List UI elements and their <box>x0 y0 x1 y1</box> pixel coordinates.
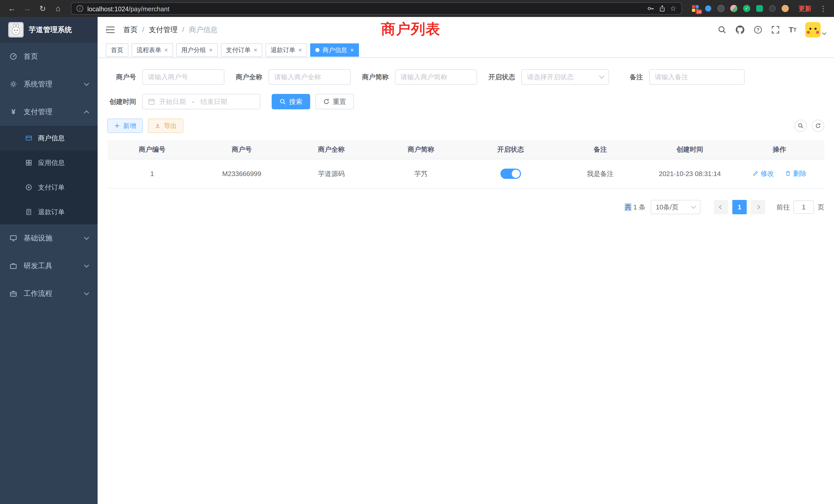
breadcrumb-payment[interactable]: 支付管理 <box>149 25 178 35</box>
breadcrumb-separator: / <box>142 26 144 34</box>
merchant-short-name-input[interactable] <box>395 69 477 85</box>
close-icon[interactable]: × <box>254 47 257 53</box>
cell-merchant-no: M233666999 <box>197 159 287 188</box>
sidebar-item-payment[interactable]: ¥ 支付管理 <box>0 98 97 126</box>
prev-page-button[interactable] <box>714 200 728 214</box>
user-menu[interactable] <box>805 22 826 38</box>
cell-create-time: 2021-10-23 08:31:14 <box>645 159 734 188</box>
tab-merchant-info[interactable]: 商户信息 × <box>310 43 359 57</box>
browser-toolbar: ← → ↻ ⌂ i localhost:1024/pay/merchant ☆ … <box>0 0 834 17</box>
grid-icon <box>25 159 33 166</box>
delete-link[interactable]: 删除 <box>785 169 807 178</box>
export-button[interactable]: 导出 <box>148 118 183 133</box>
sidebar-item-infra[interactable]: 基础设施 <box>0 224 97 252</box>
filter-label: 创建时间 <box>107 97 142 106</box>
browser-update-button[interactable]: 更新 <box>794 4 815 13</box>
caret-down-icon <box>822 31 827 35</box>
page-info-icon[interactable]: i <box>76 5 83 12</box>
browser-back-button[interactable]: ← <box>5 2 19 15</box>
sidebar-item-refund-order[interactable]: 退款订单 <box>0 200 97 224</box>
chevron-down-icon <box>84 290 89 295</box>
extension-green-square-icon[interactable] <box>755 4 764 13</box>
sidebar-item-label: 研发工具 <box>24 261 52 271</box>
font-size-icon[interactable]: TT <box>789 25 796 34</box>
tab-user-group[interactable]: 用户分组 × <box>176 43 218 57</box>
cell-status <box>466 159 555 188</box>
browser-profile-avatar[interactable] <box>781 4 789 13</box>
close-icon[interactable]: × <box>299 47 302 53</box>
extension-blue-icon[interactable] <box>704 4 712 13</box>
breadcrumb-separator: / <box>182 26 184 34</box>
add-button[interactable]: 新增 <box>107 118 143 133</box>
tab-label: 首页 <box>111 46 123 54</box>
close-icon[interactable]: × <box>350 47 354 53</box>
tab-label: 商户信息 <box>323 46 347 54</box>
sidebar-item-app-info[interactable]: 应用信息 <box>0 151 97 175</box>
breadcrumb-home[interactable]: 首页 <box>123 25 138 35</box>
cell-short-name: 芋艿 <box>376 159 466 188</box>
address-bar[interactable]: i localhost:1024/pay/merchant ☆ <box>71 2 682 15</box>
next-page-button[interactable] <box>751 200 765 214</box>
col-short-name: 商户简称 <box>376 140 466 159</box>
search-icon[interactable] <box>718 25 726 34</box>
password-key-icon[interactable] <box>647 5 655 12</box>
total-prefix: 共 <box>625 203 631 211</box>
filter-label: 备注 <box>630 73 649 82</box>
help-icon[interactable]: ? <box>754 25 762 34</box>
extension-dark-icon[interactable] <box>717 4 725 13</box>
status-toggle[interactable] <box>501 168 521 179</box>
bookmark-star-icon[interactable]: ☆ <box>670 4 676 13</box>
briefcase-icon <box>9 290 18 297</box>
goto-page-input[interactable] <box>793 201 814 214</box>
sidebar-item-home[interactable]: 首页 <box>0 43 97 70</box>
extension-pin-icon[interactable] <box>768 4 776 13</box>
filter-create-time: 创建时间 开始日期 - 结束日期 <box>107 94 260 109</box>
remark-input[interactable] <box>649 69 745 85</box>
filter-label: 商户全称 <box>236 73 269 82</box>
tab-refund-order[interactable]: 退款订单 × <box>265 43 307 57</box>
col-remark: 备注 <box>555 140 645 159</box>
sidebar-item-devtools[interactable]: 研发工具 <box>0 252 97 280</box>
status-select[interactable]: 请选择开启状态 <box>521 69 609 85</box>
search-button[interactable]: 搜索 <box>272 94 310 109</box>
tab-process-form[interactable]: 流程表单 × <box>131 43 173 57</box>
sidebar-item-pay-order[interactable]: 支付订单 <box>0 175 97 200</box>
refresh-icon[interactable] <box>812 120 824 132</box>
close-icon[interactable]: × <box>164 47 168 53</box>
gear-icon <box>9 80 18 88</box>
sidebar-item-workflow[interactable]: 工作流程 <box>0 280 97 307</box>
page-1-button[interactable]: 1 <box>732 200 747 214</box>
toggle-search-icon[interactable] <box>794 120 807 132</box>
edit-link[interactable]: 修改 <box>752 169 774 178</box>
extension-leaf-icon[interactable] <box>730 4 738 13</box>
close-icon[interactable]: × <box>209 47 213 53</box>
fullscreen-icon[interactable] <box>771 25 780 34</box>
table-header-row: 商户编号 商户号 商户全称 商户简称 开启状态 备注 创建时间 操作 <box>107 140 824 159</box>
merchant-name-input[interactable] <box>269 69 351 85</box>
hamburger-icon[interactable] <box>106 26 115 34</box>
app-logo-row[interactable]: 芋道管理系统 <box>0 17 97 43</box>
merchant-no-input[interactable] <box>142 69 224 85</box>
browser-home-button[interactable]: ⌂ <box>51 2 65 15</box>
sidebar-item-system[interactable]: 系统管理 <box>0 70 97 98</box>
card-icon <box>25 135 33 142</box>
browser-reload-button[interactable]: ↻ <box>36 2 49 15</box>
end-date-placeholder: 结束日期 <box>200 97 227 106</box>
browser-forward-button[interactable]: → <box>21 2 34 15</box>
extension-green-check-icon[interactable]: ✓ <box>743 4 751 13</box>
page-size-select[interactable]: 10条/页 <box>651 200 701 214</box>
sidebar: 芋道管理系统 首页 系统管理 ¥ 支付管理 <box>0 17 97 504</box>
filter-row-2: 创建时间 开始日期 - 结束日期 搜索 <box>107 94 824 109</box>
sidebar-item-merchant-info[interactable]: 商户信息 <box>0 126 97 151</box>
reset-button[interactable]: 重置 <box>315 94 354 109</box>
tab-pay-order[interactable]: 支付订单 × <box>221 43 262 57</box>
tab-home[interactable]: 首页 <box>106 43 128 57</box>
extension-colorgrid-icon[interactable]: 10 <box>691 4 699 13</box>
create-time-range-picker[interactable]: 开始日期 - 结束日期 <box>142 94 260 109</box>
breadcrumb: 首页 / 支付管理 / 商户信息 <box>123 25 218 35</box>
github-icon[interactable] <box>735 25 745 35</box>
browser-menu-icon[interactable]: ⋮ <box>817 4 829 13</box>
share-icon[interactable] <box>659 5 666 12</box>
total-suffix: 条 <box>639 203 645 211</box>
cell-full-name: 芋道源码 <box>287 159 376 188</box>
